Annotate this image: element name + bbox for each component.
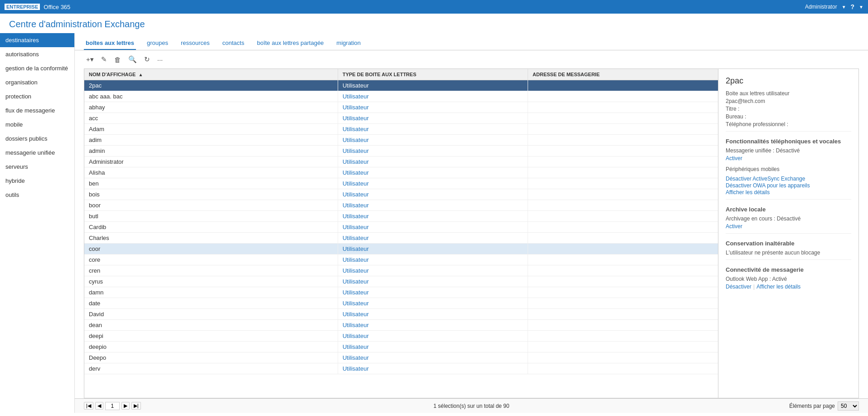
table-row[interactable]: CardibUtilisateur bbox=[84, 222, 718, 233]
add-button[interactable]: +▾ bbox=[84, 54, 96, 65]
detail-conservation: L'utilisateur ne présente aucun blocage bbox=[726, 250, 851, 256]
afficher-details-peripheriques-link[interactable]: Afficher les détails bbox=[726, 189, 770, 196]
detail-titre: Titre : bbox=[726, 106, 851, 112]
afficher-details-connectivite-link[interactable]: Afficher les détails bbox=[756, 284, 800, 290]
page-number-input[interactable] bbox=[105, 402, 120, 410]
table-row[interactable]: DavidUtilisateur bbox=[84, 309, 718, 320]
selection-status: 1 sélection(s) sur un total de 90 bbox=[433, 403, 509, 409]
sidebar-item-conformite[interactable]: gestion de la conformité bbox=[0, 61, 74, 75]
prev-page-button[interactable]: ◀ bbox=[95, 402, 103, 410]
table-row[interactable]: AlishaUtilisateur bbox=[84, 167, 718, 178]
cell-adresse bbox=[528, 167, 718, 178]
sidebar-item-outils[interactable]: outils bbox=[0, 188, 74, 202]
table-row[interactable]: adminUtilisateur bbox=[84, 146, 718, 157]
first-page-button[interactable]: |◀ bbox=[84, 402, 93, 410]
tab-boites[interactable]: boîtes aux lettres bbox=[84, 37, 136, 50]
cell-nom: cren bbox=[84, 265, 338, 276]
col-nom[interactable]: NOM D'AFFICHAGE ▲ bbox=[84, 69, 338, 80]
table-row[interactable]: CharlesUtilisateur bbox=[84, 233, 718, 244]
next-page-button[interactable]: ▶ bbox=[121, 402, 130, 410]
table-row[interactable]: AdministratorUtilisateur bbox=[84, 157, 718, 167]
table-header-row: NOM D'AFFICHAGE ▲ TYPE DE BOITE AUX LETT… bbox=[84, 69, 718, 80]
table-row[interactable]: dervUtilisateur bbox=[84, 363, 718, 374]
activer-messagerie-link[interactable]: Activer bbox=[726, 155, 742, 162]
last-page-button[interactable]: ▶| bbox=[131, 402, 141, 410]
table-row[interactable]: benUtilisateur bbox=[84, 178, 718, 189]
more-button[interactable]: ··· bbox=[155, 54, 165, 65]
table-row[interactable]: 2pacUtilisateur bbox=[84, 80, 718, 91]
sidebar-item-flux[interactable]: flux de messagerie bbox=[0, 103, 74, 117]
table-row[interactable]: butlUtilisateur bbox=[84, 211, 718, 222]
sidebar-item-mobile[interactable]: mobile bbox=[0, 117, 74, 132]
tab-partagee[interactable]: boîte aux lettres partagée bbox=[255, 37, 325, 50]
table-row[interactable]: coreUtilisateur bbox=[84, 254, 718, 265]
detail-telephone: Téléphone professionnel : bbox=[726, 121, 851, 127]
activer-archive-link[interactable]: Activer bbox=[726, 223, 742, 230]
cell-adresse bbox=[528, 352, 718, 363]
page-title: Centre d'administration Exchange bbox=[0, 14, 868, 33]
col-adresse[interactable]: ADRESSE DE MESSAGERIE bbox=[528, 69, 718, 80]
col-type[interactable]: TYPE DE BOITE AUX LETTRES bbox=[338, 69, 528, 80]
table-row[interactable]: coorUtilisateur bbox=[84, 244, 718, 254]
cell-adresse bbox=[528, 298, 718, 309]
tab-ressources[interactable]: ressources bbox=[179, 37, 212, 50]
section-peripheriques: Périphériques mobiles bbox=[726, 166, 851, 172]
user-dropdown-arrow[interactable]: ▼ bbox=[842, 5, 846, 10]
desactiver-owa-link[interactable]: Désactiver OWA pour les appareils bbox=[726, 182, 810, 189]
table-row[interactable]: boorUtilisateur bbox=[84, 200, 718, 211]
cell-type: Utilisateur bbox=[338, 276, 528, 287]
user-name[interactable]: Administrator bbox=[805, 4, 837, 10]
sidebar-item-destinataires[interactable]: destinataires bbox=[0, 33, 74, 47]
search-button[interactable]: 🔍 bbox=[126, 54, 139, 65]
delete-button[interactable]: 🗑 bbox=[112, 54, 123, 65]
desactiver-owa-connectivite-link[interactable]: Désactiver bbox=[726, 284, 752, 290]
table-row[interactable]: DeepoUtilisateur bbox=[84, 352, 718, 363]
tab-contacts[interactable]: contacts bbox=[221, 37, 246, 50]
table-row[interactable]: abc aaa. bacUtilisateur bbox=[84, 91, 718, 102]
help-dropdown-arrow[interactable]: ▼ bbox=[859, 5, 863, 10]
table-row[interactable]: deepioUtilisateur bbox=[84, 342, 718, 352]
help-icon[interactable]: ? bbox=[851, 3, 855, 10]
refresh-button[interactable]: ↻ bbox=[142, 54, 152, 65]
cell-nom: Deepo bbox=[84, 352, 338, 363]
table-row[interactable]: abhayUtilisateur bbox=[84, 102, 718, 113]
sidebar-item-dossiers[interactable]: dossiers publics bbox=[0, 132, 74, 146]
sidebar-item-hybride[interactable]: hybride bbox=[0, 174, 74, 188]
cell-nom: ben bbox=[84, 178, 338, 189]
edit-icon: ✎ bbox=[101, 55, 107, 63]
table-row[interactable]: crenUtilisateur bbox=[84, 265, 718, 276]
cell-type: Utilisateur bbox=[338, 331, 528, 342]
detail-email: 2pac@tech.com bbox=[726, 98, 851, 104]
sidebar-item-organisation[interactable]: organisation bbox=[0, 75, 74, 89]
sidebar-item-protection[interactable]: protection bbox=[0, 89, 74, 103]
tab-groupes[interactable]: groupes bbox=[145, 37, 170, 50]
sidebar-item-serveurs[interactable]: serveurs bbox=[0, 160, 74, 174]
section-connectivite: Connectivité de messagerie bbox=[726, 266, 851, 273]
table-row[interactable]: dateUtilisateur bbox=[84, 298, 718, 309]
sidebar-item-autorisations[interactable]: autorisations bbox=[0, 47, 74, 61]
detail-archivage: Archivage en cours : Désactivé bbox=[726, 215, 851, 222]
cell-type: Utilisateur bbox=[338, 211, 528, 222]
table-row[interactable]: deepiUtilisateur bbox=[84, 331, 718, 342]
table-row[interactable]: accUtilisateur bbox=[84, 113, 718, 124]
table-row[interactable]: deanUtilisateur bbox=[84, 320, 718, 331]
edit-button[interactable]: ✎ bbox=[99, 54, 109, 65]
cell-adresse bbox=[528, 342, 718, 352]
table-wrapper: NOM D'AFFICHAGE ▲ TYPE DE BOITE AUX LETT… bbox=[75, 69, 868, 398]
cell-type: Utilisateur bbox=[338, 287, 528, 298]
content-area: boîtes aux lettresgroupesressourcesconta… bbox=[75, 33, 868, 413]
table-row[interactable]: AdamUtilisateur bbox=[84, 124, 718, 135]
table-row[interactable]: adimUtilisateur bbox=[84, 135, 718, 146]
cell-adresse bbox=[528, 211, 718, 222]
table-row[interactable]: boisUtilisateur bbox=[84, 189, 718, 200]
sidebar-item-messagerie[interactable]: messagerie unifiée bbox=[0, 146, 74, 160]
table-row[interactable]: cyrusUtilisateur bbox=[84, 276, 718, 287]
delete-icon: 🗑 bbox=[114, 56, 121, 64]
desactiver-activesync-link[interactable]: Désactiver ActiveSync Exchange bbox=[726, 176, 805, 182]
separator-1 bbox=[726, 131, 851, 132]
table-row[interactable]: damnUtilisateur bbox=[84, 287, 718, 298]
cell-type: Utilisateur bbox=[338, 113, 528, 124]
tab-migration[interactable]: migration bbox=[335, 37, 362, 50]
top-bar-left: ENTREPRISE Office 365 bbox=[5, 4, 70, 10]
per-page-select[interactable]: 50100200 bbox=[838, 401, 859, 411]
